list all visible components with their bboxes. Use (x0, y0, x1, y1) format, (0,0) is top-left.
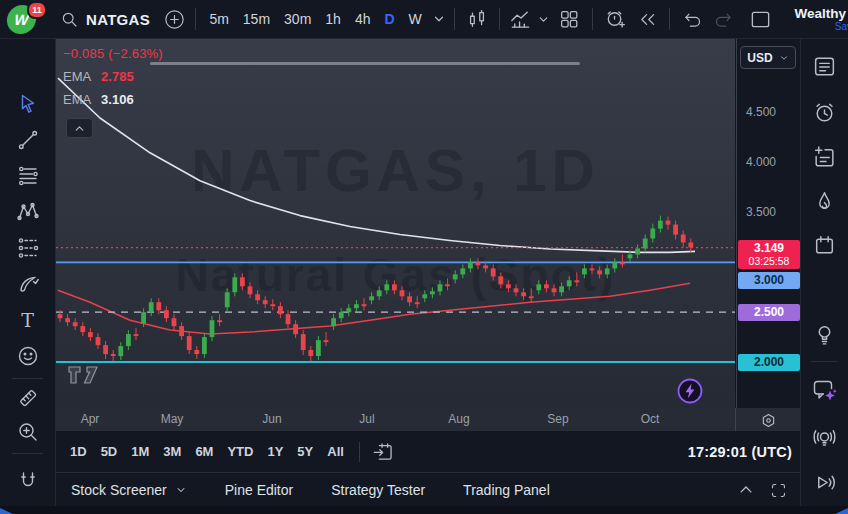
footer-tab-strategy-tester[interactable]: Strategy Tester (331, 482, 425, 498)
text-tool-icon: T (21, 309, 34, 331)
layout-grid-icon (558, 8, 580, 30)
tool-text[interactable]: T (15, 307, 40, 332)
footer-tab-stock-screener[interactable]: Stock Screener (71, 482, 187, 498)
range-YTD[interactable]: YTD (220, 440, 260, 464)
hotlists-button[interactable] (811, 188, 838, 215)
panel-maximize-button[interactable] (769, 481, 788, 500)
toolbar-divider (12, 378, 43, 379)
timeframe-15m[interactable]: 15m (236, 6, 277, 32)
chat-ai-button[interactable] (811, 377, 838, 404)
indicator-value: 2.785 (101, 69, 134, 84)
indicator-label: EMA (63, 92, 90, 107)
layout-grid-button[interactable] (553, 8, 586, 30)
month-label-Jun: Jun (255, 412, 289, 426)
compare-add-button[interactable] (160, 8, 189, 31)
range-5D[interactable]: 5D (94, 440, 125, 464)
month-label-Apr: Apr (73, 412, 107, 426)
price-badge-3.000: 3.000 (738, 272, 800, 289)
indicators-button[interactable] (506, 8, 535, 31)
undo-button[interactable] (676, 9, 707, 30)
symbol-name: NATGAS (86, 11, 150, 28)
bar-replay-button[interactable] (632, 9, 663, 30)
timeframe-5m[interactable]: 5m (202, 6, 235, 32)
chart-pane[interactable]: NATGAS, 1D Natural Gas (Spot) −0.085 (−2… (56, 38, 735, 408)
shows-button[interactable] (811, 469, 838, 496)
currency-selector[interactable]: USD (740, 46, 796, 69)
month-label-May: May (155, 412, 189, 426)
tool-fib-retracement[interactable] (15, 163, 40, 188)
timeframe-1h[interactable]: 1h (318, 6, 348, 32)
toolbar-divider (359, 442, 360, 462)
account-menu-button[interactable]: W 11 (0, 0, 46, 38)
live-ideas-button[interactable] (811, 425, 838, 452)
timeframe-D[interactable]: D (377, 6, 401, 32)
indicator-row-ema-slow[interactable]: EMA 3.106 (63, 92, 163, 107)
chart-style-button[interactable] (461, 8, 492, 30)
watchlist-icon (812, 54, 837, 79)
tool-brush[interactable] (15, 271, 40, 296)
screenshot-button[interactable] (739, 8, 782, 31)
tradingview-logo-watermark[interactable] (67, 364, 103, 386)
time-axis[interactable]: AprMayJunJulAugSepOct (55, 408, 800, 432)
forecast-icon (16, 236, 40, 260)
journal-button[interactable] (811, 144, 838, 171)
panel-collapse-button[interactable] (737, 481, 755, 499)
redo-button[interactable] (708, 9, 739, 30)
broker-account-panel[interactable]: Wealthy Sav (782, 0, 848, 38)
footer-tab-pine-editor[interactable]: Pine Editor (225, 482, 293, 498)
timeframe-W[interactable]: W (402, 6, 429, 32)
tool-magnet[interactable] (15, 468, 40, 493)
range-1D[interactable]: 1D (63, 440, 94, 464)
chart-legend: −0.085 (−2.63%) EMA 2.785 EMA 3.106 (63, 46, 163, 107)
timeframe-menu-button[interactable] (429, 12, 449, 26)
watchlist-button[interactable] (811, 53, 838, 80)
account-status: Sav (835, 21, 848, 32)
flame-icon (812, 189, 837, 214)
range-6M[interactable]: 6M (188, 440, 220, 464)
alarm-clock-icon (812, 100, 837, 125)
tool-ruler[interactable] (15, 385, 40, 410)
ideas-button[interactable] (811, 321, 838, 348)
tool-trend-line[interactable] (15, 127, 40, 152)
alerts-button[interactable] (811, 99, 838, 126)
timeframe-4h[interactable]: 4h (348, 6, 378, 32)
broadcast-lightbulb-icon (812, 426, 837, 451)
tool-emoji[interactable] (15, 343, 40, 368)
chat-sparkles-icon (811, 377, 838, 404)
indicator-row-ema-fast[interactable]: EMA 2.785 (63, 69, 163, 84)
axis-settings-button[interactable] (757, 409, 779, 431)
quick-trade-bolt-button[interactable] (676, 377, 704, 405)
range-All[interactable]: All (320, 440, 351, 464)
range-5Y[interactable]: 5Y (290, 440, 320, 464)
lightbulb-icon (812, 322, 837, 347)
range-3M[interactable]: 3M (156, 440, 188, 464)
maximize-icon (769, 481, 788, 500)
sidebar-divider (811, 361, 838, 362)
legend-collapse-button[interactable] (66, 118, 93, 138)
window-bottom-strip (0, 506, 848, 514)
chevron-down-icon (537, 13, 550, 26)
clock-display[interactable]: 17:29:01 (UTC) (688, 431, 792, 472)
indicator-templates-button[interactable] (535, 13, 553, 26)
footer-tab-trading-panel[interactable]: Trading Panel (463, 482, 550, 498)
calendar-icon (812, 233, 837, 258)
symbol-search-button[interactable]: NATGAS (46, 0, 160, 38)
magnet-icon (16, 469, 40, 493)
zoom-in-icon (16, 420, 40, 444)
timeframe-30m[interactable]: 30m (277, 6, 318, 32)
tool-zoom-in[interactable] (15, 419, 40, 444)
range-1M[interactable]: 1M (124, 440, 156, 464)
toolbar-divider (12, 453, 43, 454)
tool-forecast[interactable] (15, 235, 40, 260)
tool-xabcd-pattern[interactable] (15, 199, 40, 224)
calendar-button[interactable] (811, 232, 838, 259)
range-1Y[interactable]: 1Y (260, 440, 290, 464)
tool-cursor[interactable] (15, 91, 40, 116)
go-to-date-button[interactable] (368, 441, 398, 463)
drawing-toolbar: T (0, 38, 56, 514)
last-price-badge: 3.14903:25:58 (738, 240, 800, 269)
footer-tab-label: Strategy Tester (331, 482, 425, 498)
alert-add-button[interactable] (599, 8, 632, 31)
price-axis[interactable]: USD 4.5004.0003.5003.0002.5002.0003.1490… (736, 38, 801, 408)
cursor-icon (16, 92, 40, 116)
